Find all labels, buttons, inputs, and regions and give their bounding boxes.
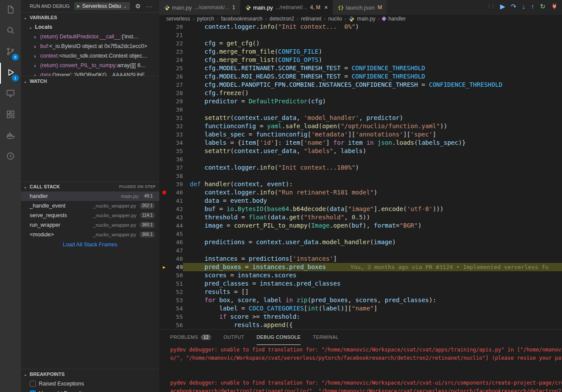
tab-debug-console[interactable]: DEBUG CONSOLE (257, 330, 301, 345)
sidebar-item-source-control[interactable]: 8 (0, 42, 21, 63)
tab-main-py-retinanet[interactable]: main.py .../retinanet/... 4, M × (240, 0, 333, 15)
checkbox[interactable] (30, 381, 36, 387)
stack-frame[interactable]: run_wrapper_nuclio_wrapper.py360:1 (21, 220, 159, 230)
gutter[interactable] (159, 172, 169, 180)
gutter[interactable] (159, 180, 169, 188)
code-line[interactable]: 48 instances = predictions['instances'] (159, 255, 562, 263)
code-line[interactable]: 21 (159, 31, 562, 39)
sidebar-item-explorer[interactable] (0, 0, 21, 21)
gutter[interactable] (159, 197, 169, 205)
code-line[interactable]: 42 buf = io.BytesIO(base64.b64decode(dat… (159, 205, 562, 213)
gutter[interactable] (159, 255, 169, 263)
load-all-stack-frames-link[interactable]: Load All Stack Frames (21, 242, 159, 248)
tab-problems[interactable]: PROBLEMS 12 (170, 330, 211, 345)
gutter[interactable] (159, 23, 169, 31)
step-out-button[interactable]: ↑ (531, 3, 535, 10)
code-line[interactable]: 33 labels_spec = functionconfig['metadat… (159, 130, 562, 139)
code-line[interactable]: 41 data = event.body (159, 197, 562, 205)
gutter[interactable] (159, 31, 169, 39)
sidebar-item-run-and-debug[interactable]: 1 (0, 63, 21, 84)
continue-button[interactable]: ▶ (500, 3, 505, 10)
gutter[interactable] (159, 130, 169, 139)
code-line[interactable]: 34 labels = {item['id']: item['name'] fo… (159, 139, 562, 147)
watch-header[interactable]: ⌄ WATCH (21, 76, 159, 86)
step-into-button[interactable]: ↓ (522, 3, 525, 10)
gutter[interactable] (159, 230, 169, 238)
breadcrumb-item[interactable]: retinanet (301, 16, 322, 22)
sidebar-item-extensions[interactable] (0, 105, 21, 126)
tab-main-py-siammask[interactable]: main.py .../siammask/... 1 (159, 0, 240, 15)
gutter[interactable] (159, 56, 169, 64)
code-line[interactable]: 50 scores = instances.scores (159, 271, 562, 280)
breadcrumb-item[interactable]: handler (388, 16, 406, 22)
gutter[interactable] (159, 321, 169, 329)
breakpoint-icon[interactable] (162, 191, 166, 194)
breadcrumb-item[interactable]: pytorch (197, 16, 214, 22)
code-line[interactable]: 37 context.logger.info("Init context...1… (159, 164, 562, 172)
code-line[interactable]: 24 cfg.merge_from_list(CONFIG_OPTS) (159, 56, 562, 64)
gutter[interactable] (159, 39, 169, 48)
gutter[interactable] (159, 271, 169, 280)
code-line[interactable]: 30 (159, 106, 562, 114)
code-line[interactable]: 43 threshold = float(data.get("threshold… (159, 213, 562, 222)
tab-terminal[interactable]: TERMINAL (313, 330, 339, 345)
code-line[interactable]: 23 cfg.merge_from_file(CONFIG_FILE) (159, 48, 562, 56)
gutter[interactable] (159, 188, 169, 197)
code-line[interactable]: ▶49 pred_boxes = instances.pred_boxesYou… (159, 263, 562, 271)
code-line[interactable]: 53 for box, score, label in zip(pred_box… (159, 296, 562, 304)
code-line[interactable]: 39def handler(context, event): (159, 180, 562, 188)
code-line[interactable]: 20 context.logger.info("Init context... … (159, 23, 562, 31)
gutter[interactable] (159, 147, 169, 155)
gutter[interactable] (159, 97, 169, 106)
code-line[interactable]: 27 cfg.MODEL.PANOPTIC_FPN.COMBINE.INSTAN… (159, 81, 562, 89)
gutter[interactable] (159, 222, 169, 230)
disconnect-button[interactable] (551, 3, 558, 10)
variable-item[interactable]: ›buf: <_io.BytesIO object at 0x7f5a2dc1e… (21, 41, 159, 51)
tab-output[interactable]: OUTPUT (223, 330, 244, 345)
gutter[interactable] (159, 296, 169, 304)
breadcrumb-item[interactable]: main.py (357, 16, 375, 22)
more-actions-icon[interactable]: ··· (146, 3, 153, 10)
call-stack-header[interactable]: ⌄ CALL STACK PAUSED ON STEP (21, 182, 159, 191)
code-line[interactable]: 22 cfg = get_cfg() (159, 39, 562, 48)
variable-item[interactable]: ›context: <nuclio_sdk.context.Context ob… (21, 51, 159, 61)
code-line[interactable]: 32 functionconfig = yaml.safe_load(open(… (159, 122, 562, 130)
breakpoint-item[interactable]: ✓Uncaught Exceptions (21, 389, 159, 392)
checkbox[interactable]: ✓ (30, 390, 36, 392)
code-line[interactable]: 29 predictor = DefaultPredictor(cfg) (159, 97, 562, 106)
breakpoints-header[interactable]: ⌄ BREAKPOINTS (21, 369, 159, 379)
code-line[interactable]: 45 (159, 230, 562, 238)
gutter[interactable] (159, 81, 169, 89)
variable-item[interactable]: ›(return) DefaultPredictor.__call__: {'i… (21, 32, 159, 41)
code-line[interactable]: 28 cfg.freeze() (159, 89, 562, 97)
breadcrumb-item[interactable]: facebookresearch (221, 16, 262, 22)
code-line[interactable]: 31 setattr(context.user_data, 'model_han… (159, 114, 562, 122)
sidebar-item-misc[interactable] (0, 147, 21, 167)
code-line[interactable]: 46 predictions = context.user_data.model… (159, 238, 562, 246)
code-editor[interactable]: 20 context.logger.info("Init context... … (159, 23, 562, 329)
gutter[interactable] (159, 288, 169, 296)
breadcrumb-item[interactable]: nuclio (328, 16, 342, 22)
gutter[interactable] (159, 139, 169, 147)
start-debug-icon[interactable]: ▶ (77, 4, 80, 8)
sidebar-item-remote-explorer[interactable] (0, 84, 21, 105)
step-over-button[interactable]: ↷ (511, 3, 517, 10)
code-line[interactable]: 25 cfg.MODEL.RETINANET.SCORE_THRESH_TEST… (159, 64, 562, 72)
gutter[interactable]: ▶ (159, 263, 169, 271)
stack-frame[interactable]: serve_requests_nuclio_wrapper.py114:1 (21, 211, 159, 220)
gutter[interactable] (159, 280, 169, 288)
gutter[interactable] (159, 106, 169, 114)
scope-locals[interactable]: ⌄ Locals (21, 22, 159, 32)
gutter[interactable] (159, 304, 169, 313)
variables-header[interactable]: ⌄ VARIABLES (21, 13, 159, 22)
stack-frame[interactable]: handlermain.py49:1 (21, 191, 159, 201)
gutter[interactable] (159, 72, 169, 81)
gutter[interactable] (159, 48, 169, 56)
breadcrumb-item[interactable]: detectron2 (269, 16, 294, 22)
code-line[interactable]: 51 pred_classes = instances.pred_classes (159, 280, 562, 288)
gutter[interactable] (159, 238, 169, 246)
gutter[interactable] (159, 205, 169, 213)
code-line[interactable]: 54 label = COCO_CATEGORIES[int(label)]["… (159, 304, 562, 313)
code-line[interactable]: 47 (159, 246, 562, 255)
drag-handle-icon[interactable]: ⋮⋮ (487, 3, 494, 9)
